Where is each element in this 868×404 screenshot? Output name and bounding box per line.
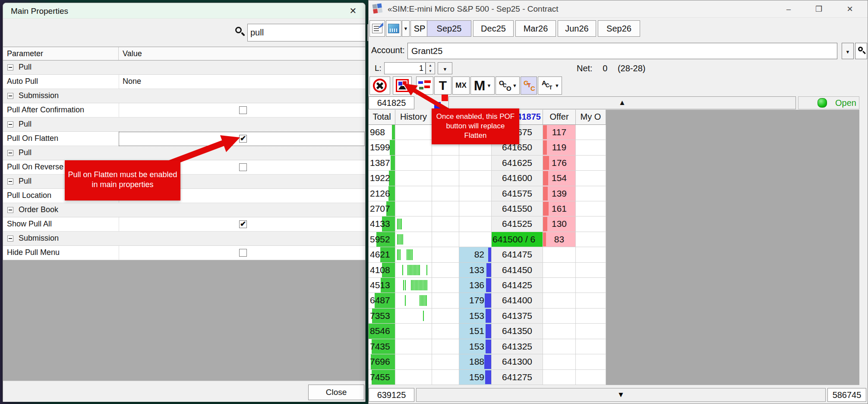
group-row[interactable]: Pull [3,175,365,189]
my-offer-cell[interactable] [576,263,606,277]
offer-size-cell[interactable] [543,278,576,293]
total-cell[interactable]: 6487 [369,293,395,308]
collapse-icon[interactable] [7,64,13,70]
my-offer-cell[interactable] [576,186,606,201]
pull-on-flatten-button[interactable] [393,76,412,95]
my-offer-cell[interactable] [576,339,606,354]
total-cell[interactable]: 4108 [369,263,395,277]
tab-dec25[interactable]: Dec25 [473,20,514,37]
history-cell[interactable] [395,278,432,293]
my-bid-cell[interactable] [432,171,459,185]
gtc-button[interactable]: GTC [521,76,537,95]
offer-size-cell[interactable]: 139 [543,186,576,201]
total-cell[interactable]: 1387 [369,156,395,170]
my-offer-cell[interactable] [576,125,606,140]
bid-size-cell[interactable]: 153 [459,309,492,323]
tab-sep25[interactable]: Sep25 [427,20,471,37]
parameter-row[interactable]: Hide Pull Menu [3,246,365,260]
bid-size-cell[interactable] [459,156,492,170]
chart-button[interactable] [386,20,401,37]
offer-size-cell[interactable]: 83 [543,232,576,247]
ladder-column-header[interactable]: History [395,110,432,125]
price-cell[interactable]: 641575 [492,186,543,201]
history-cell[interactable] [395,171,432,185]
price-cell[interactable]: 641375 [492,309,543,323]
maximize-icon[interactable]: ❒ [809,2,829,16]
lots-stepper[interactable]: ▲▼ [426,62,435,74]
price-cell[interactable]: 641525 [492,216,543,231]
my-bid-cell[interactable] [432,232,459,247]
history-cell[interactable] [395,125,432,140]
my-offer-cell[interactable] [576,201,606,216]
my-offer-cell[interactable] [576,309,606,323]
parameter-row[interactable]: Pull After Confirmation [3,103,365,118]
pull-orders-button[interactable] [416,76,433,95]
my-bid-cell[interactable] [432,354,459,369]
my-bid-cell[interactable] [432,339,459,354]
my-bid-cell[interactable] [432,263,459,277]
lots-dropdown-button[interactable]: ▼ [438,62,452,74]
parameter-row[interactable]: Show Pull All [3,217,365,232]
bid-size-cell[interactable] [459,186,492,201]
tab-sep26[interactable]: Sep26 [598,20,640,37]
minimize-icon[interactable]: – [779,2,799,16]
history-cell[interactable] [395,216,432,231]
group-row[interactable]: Pull [3,146,365,160]
my-offer-cell[interactable] [576,232,606,247]
collapse-icon[interactable] [7,150,13,156]
bid-size-cell[interactable]: 188 [459,354,492,369]
total-cell[interactable]: 4513 [369,278,395,293]
offer-size-cell[interactable]: 154 [543,171,576,185]
history-cell[interactable] [395,370,432,385]
group-row[interactable]: Pull [3,60,365,75]
total-cell[interactable]: 1922 [369,171,395,185]
total-cell[interactable]: 1599 [369,140,395,155]
total-cell[interactable]: 4621 [369,247,395,262]
history-cell[interactable] [395,156,432,170]
total-cell[interactable]: 7353 [369,309,395,323]
offer-size-cell[interactable]: 119 [543,140,576,155]
my-bid-cell[interactable] [432,201,459,216]
my-offer-cell[interactable] [576,156,606,170]
title-bar[interactable]: «SIM:E-mini Micro S&P 500 - Sep25 - Cont… [369,0,868,18]
history-cell[interactable] [395,324,432,338]
bid-size-cell[interactable] [459,216,492,231]
my-offer-cell[interactable] [576,370,606,385]
parameter-row[interactable]: Pull On Reverse [3,160,365,175]
my-offer-cell[interactable] [576,247,606,262]
total-cell[interactable]: 8546 [369,324,395,338]
total-cell[interactable]: 2707 [369,201,395,216]
price-cell[interactable]: 641425 [492,278,543,293]
properties-button[interactable] [369,20,385,37]
offer-size-cell[interactable]: 161 [543,201,576,216]
symbol-selector[interactable]: SP [410,20,429,37]
collapse-icon[interactable] [7,121,13,127]
my-bid-cell[interactable] [432,216,459,231]
chart-dropdown-button[interactable]: ▼ [402,20,410,37]
bid-size-cell[interactable] [459,201,492,216]
ladder-column-header[interactable]: My O [576,110,606,125]
close-icon[interactable]: ✕ [347,5,359,16]
history-cell[interactable] [395,186,432,201]
upper-price-box[interactable]: 641825 [369,96,414,109]
total-cell[interactable]: 5952 [369,232,395,247]
price-cell[interactable]: 641600 [492,171,543,185]
tab-mar26[interactable]: Mar26 [515,20,556,37]
offer-size-cell[interactable]: 176 [543,156,576,170]
bid-size-cell[interactable] [459,232,492,247]
bid-size-cell[interactable]: 153 [459,339,492,354]
my-bid-cell[interactable] [432,247,459,262]
price-cell[interactable]: 641550 [492,201,543,216]
my-bid-cell[interactable] [432,309,459,323]
bid-size-cell[interactable] [459,171,492,185]
offer-size-cell[interactable]: 130 [543,216,576,231]
account-input[interactable] [407,43,837,59]
my-bid-cell[interactable] [432,370,459,385]
parameter-row[interactable]: Pull Location [3,189,365,203]
collapse-icon[interactable] [7,235,13,242]
oco-button[interactable]: OCO ▼ [496,76,520,95]
account-dropdown-button[interactable]: ▼ [842,43,854,59]
price-cell[interactable]: 641625 [492,156,543,170]
my-bid-cell[interactable] [432,293,459,308]
my-bid-cell[interactable] [432,324,459,338]
